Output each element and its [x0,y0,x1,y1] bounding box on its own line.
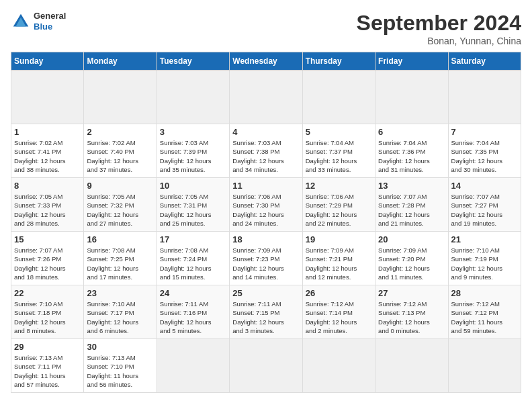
header-cell-wednesday: Wednesday [230,52,302,71]
calendar-cell: 15Sunrise: 7:07 AM Sunset: 7:26 PM Dayli… [11,232,84,285]
header-row: SundayMondayTuesdayWednesdayThursdayFrid… [11,52,521,71]
calendar-cell: 23Sunrise: 7:10 AM Sunset: 7:17 PM Dayli… [84,285,157,339]
logo-icon [11,11,31,32]
day-number: 22 [14,288,81,298]
day-number: 19 [306,234,372,244]
day-info: Sunrise: 7:09 AM Sunset: 7:21 PM Dayligh… [306,246,372,281]
calendar-cell [448,339,521,393]
day-info: Sunrise: 7:10 AM Sunset: 7:19 PM Dayligh… [451,246,518,281]
day-info: Sunrise: 7:02 AM Sunset: 7:40 PM Dayligh… [87,138,153,174]
calendar-week-3: 15Sunrise: 7:07 AM Sunset: 7:26 PM Dayli… [11,232,521,285]
day-info: Sunrise: 7:03 AM Sunset: 7:39 PM Dayligh… [160,138,226,174]
calendar-cell: 20Sunrise: 7:09 AM Sunset: 7:20 PM Dayli… [375,232,448,285]
calendar-cell: 17Sunrise: 7:08 AM Sunset: 7:24 PM Dayli… [157,232,229,285]
day-number: 29 [14,342,81,352]
header-cell-sunday: Sunday [11,52,84,71]
header-cell-friday: Friday [375,52,448,71]
header: General Blue September 2024 Bonan, Yunna… [11,11,521,46]
calendar-cell: 19Sunrise: 7:09 AM Sunset: 7:21 PM Dayli… [302,232,375,285]
day-number: 1 [14,127,81,137]
day-number: 10 [160,181,226,191]
calendar-cell: 25Sunrise: 7:11 AM Sunset: 7:15 PM Dayli… [230,285,302,339]
calendar-cell: 24Sunrise: 7:11 AM Sunset: 7:16 PM Dayli… [157,285,229,339]
calendar-cell: 3Sunrise: 7:03 AM Sunset: 7:39 PM Daylig… [157,124,229,178]
day-number: 9 [87,181,153,191]
calendar-cell: 8Sunrise: 7:05 AM Sunset: 7:33 PM Daylig… [11,178,84,232]
calendar-cell [157,339,229,393]
calendar-cell: 26Sunrise: 7:12 AM Sunset: 7:14 PM Dayli… [302,285,375,339]
logo: General Blue [11,11,66,32]
day-info: Sunrise: 7:05 AM Sunset: 7:31 PM Dayligh… [160,192,226,228]
calendar-header: SundayMondayTuesdayWednesdayThursdayFrid… [11,52,521,71]
day-number: 28 [451,288,518,298]
day-number: 3 [160,127,226,137]
day-info: Sunrise: 7:03 AM Sunset: 7:38 PM Dayligh… [232,138,299,174]
title-area: September 2024 Bonan, Yunnan, China [357,11,521,46]
day-info: Sunrise: 7:07 AM Sunset: 7:28 PM Dayligh… [378,192,445,228]
day-number: 26 [306,288,372,298]
day-info: Sunrise: 7:05 AM Sunset: 7:32 PM Dayligh… [87,192,153,228]
day-number: 20 [378,234,445,244]
calendar-cell: 11Sunrise: 7:06 AM Sunset: 7:30 PM Dayli… [230,178,302,232]
header-cell-saturday: Saturday [448,52,521,71]
calendar-cell [230,339,302,393]
calendar-cell: 14Sunrise: 7:07 AM Sunset: 7:27 PM Dayli… [448,178,521,232]
day-info: Sunrise: 7:12 AM Sunset: 7:13 PM Dayligh… [378,300,445,335]
day-info: Sunrise: 7:08 AM Sunset: 7:24 PM Dayligh… [160,246,226,281]
day-info: Sunrise: 7:04 AM Sunset: 7:36 PM Dayligh… [378,138,445,174]
day-number: 21 [451,234,518,244]
calendar-cell: 5Sunrise: 7:04 AM Sunset: 7:37 PM Daylig… [302,124,375,178]
day-number: 6 [378,127,445,137]
day-number: 4 [232,127,299,137]
calendar-cell: 30Sunrise: 7:13 AM Sunset: 7:10 PM Dayli… [84,339,157,393]
calendar-cell [375,339,448,393]
calendar-cell: 4Sunrise: 7:03 AM Sunset: 7:38 PM Daylig… [230,124,302,178]
calendar-week-5: 29Sunrise: 7:13 AM Sunset: 7:11 PM Dayli… [11,339,521,393]
day-info: Sunrise: 7:06 AM Sunset: 7:30 PM Dayligh… [232,192,299,228]
day-number: 30 [87,342,153,352]
calendar-cell: 10Sunrise: 7:05 AM Sunset: 7:31 PM Dayli… [157,178,229,232]
day-info: Sunrise: 7:13 AM Sunset: 7:11 PM Dayligh… [14,353,81,389]
calendar-cell [302,339,375,393]
calendar-cell [375,71,448,124]
day-number: 16 [87,234,153,244]
logo-line2: Blue [34,21,66,32]
month-title: September 2024 [357,11,521,36]
header-cell-thursday: Thursday [302,52,375,71]
calendar-week-4: 22Sunrise: 7:10 AM Sunset: 7:18 PM Dayli… [11,285,521,339]
day-number: 7 [451,127,518,137]
calendar-cell [448,71,521,124]
day-number: 25 [232,288,299,298]
calendar-cell: 7Sunrise: 7:04 AM Sunset: 7:35 PM Daylig… [448,124,521,178]
day-number: 5 [306,127,372,137]
calendar-cell: 16Sunrise: 7:08 AM Sunset: 7:25 PM Dayli… [84,232,157,285]
day-number: 2 [87,127,153,137]
day-info: Sunrise: 7:07 AM Sunset: 7:26 PM Dayligh… [14,246,81,281]
header-cell-tuesday: Tuesday [157,52,229,71]
day-info: Sunrise: 7:05 AM Sunset: 7:33 PM Dayligh… [14,192,81,228]
calendar-week-1: 1Sunrise: 7:02 AM Sunset: 7:41 PM Daylig… [11,124,521,178]
logo-text: General Blue [34,11,66,32]
day-info: Sunrise: 7:10 AM Sunset: 7:17 PM Dayligh… [87,300,153,335]
day-info: Sunrise: 7:04 AM Sunset: 7:37 PM Dayligh… [306,138,372,174]
calendar-cell: 9Sunrise: 7:05 AM Sunset: 7:32 PM Daylig… [84,178,157,232]
day-number: 11 [232,181,299,191]
day-number: 23 [87,288,153,298]
day-info: Sunrise: 7:11 AM Sunset: 7:15 PM Dayligh… [232,300,299,335]
day-number: 13 [378,181,445,191]
day-info: Sunrise: 7:09 AM Sunset: 7:20 PM Dayligh… [378,246,445,281]
calendar-cell [302,71,375,124]
day-number: 15 [14,234,81,244]
day-info: Sunrise: 7:06 AM Sunset: 7:29 PM Dayligh… [306,192,372,228]
day-info: Sunrise: 7:02 AM Sunset: 7:41 PM Dayligh… [14,138,81,174]
calendar-week-0 [11,71,521,124]
day-number: 18 [232,234,299,244]
calendar-week-2: 8Sunrise: 7:05 AM Sunset: 7:33 PM Daylig… [11,178,521,232]
day-info: Sunrise: 7:07 AM Sunset: 7:27 PM Dayligh… [451,192,518,228]
calendar-cell: 2Sunrise: 7:02 AM Sunset: 7:40 PM Daylig… [84,124,157,178]
day-number: 12 [306,181,372,191]
day-info: Sunrise: 7:11 AM Sunset: 7:16 PM Dayligh… [160,300,226,335]
calendar-cell: 12Sunrise: 7:06 AM Sunset: 7:29 PM Dayli… [302,178,375,232]
calendar-cell [84,71,157,124]
calendar-cell: 18Sunrise: 7:09 AM Sunset: 7:23 PM Dayli… [230,232,302,285]
